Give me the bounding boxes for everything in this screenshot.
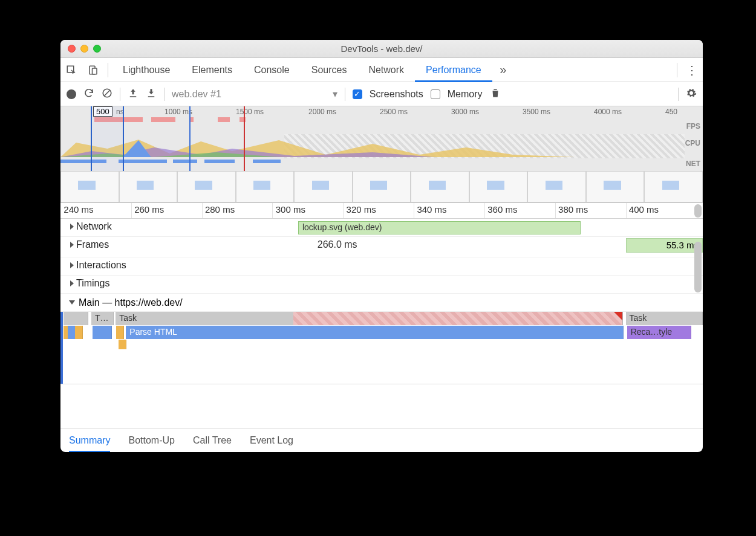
track-label: Interactions	[76, 260, 126, 271]
track-label: Main — https://web.dev/	[79, 297, 183, 308]
screenshot-thumb[interactable]	[586, 171, 645, 202]
ruler-tick: 240 ms	[64, 204, 93, 215]
expand-icon[interactable]	[70, 242, 74, 248]
svg-rect-2	[93, 68, 97, 74]
interactions-track[interactable]: Interactions	[60, 257, 703, 276]
timeline-ruler[interactable]: 240 ms 260 ms 280 ms 300 ms 320 ms 340 m…	[60, 203, 703, 219]
tab-performance[interactable]: Performance	[415, 58, 492, 82]
overview-tick: 1000 ms	[165, 108, 192, 116]
memory-label[interactable]: Memory	[448, 89, 483, 100]
screenshot-filmstrip[interactable]	[60, 171, 703, 202]
screenshot-thumb[interactable]	[411, 171, 469, 202]
main-thread-header[interactable]: Main — https://web.dev/	[60, 294, 703, 312]
tab-lighthouse[interactable]: Lighthouse	[112, 58, 181, 82]
tab-summary[interactable]: Summary	[69, 428, 110, 453]
overview-tick: 1500 ms	[236, 108, 264, 116]
kebab-menu-icon[interactable]: ⋮	[681, 58, 703, 82]
screenshot-thumb[interactable]	[177, 171, 236, 202]
separator	[120, 88, 120, 101]
performance-toolbar: web.dev #1 ▾ ✓ Screenshots Memory	[60, 82, 703, 106]
timings-track[interactable]: Timings	[60, 276, 703, 294]
window-title: DevTools - web.dev/	[60, 44, 703, 54]
network-request-bar[interactable]: lockup.svg (web.dev)	[298, 221, 581, 234]
expand-icon[interactable]	[70, 224, 74, 230]
script-bar[interactable]	[119, 340, 126, 349]
cpu-lane-label: CPU	[685, 139, 700, 147]
script-bar[interactable]	[116, 326, 124, 339]
screenshot-thumb[interactable]	[644, 171, 703, 202]
reload-button[interactable]	[83, 88, 94, 101]
task-bar[interactable]: Task	[116, 312, 623, 325]
task-bar[interactable]: T…	[91, 312, 114, 325]
separator	[345, 88, 345, 101]
overview-ticks: ns 1000 ms 1500 ms 2000 ms 2500 ms 3000 …	[60, 108, 703, 117]
memory-checkbox[interactable]	[431, 89, 440, 99]
overview-tick: 2000 ms	[308, 108, 336, 116]
record-button[interactable]	[67, 89, 76, 99]
separator	[108, 63, 108, 77]
task-bar[interactable]: Task	[626, 312, 703, 325]
selection-edge	[60, 312, 63, 384]
fps-lane-label: FPS	[686, 122, 700, 131]
ruler-tick: 360 ms	[487, 204, 517, 215]
screenshots-label[interactable]: Screenshots	[370, 89, 423, 100]
dropdown-caret-icon[interactable]: ▾	[333, 88, 337, 100]
tab-event-log[interactable]: Event Log	[250, 428, 293, 453]
recalc-style-bar[interactable]: Reca…tyle	[627, 326, 691, 339]
frame-bar[interactable]: 55.3 ms	[626, 238, 703, 253]
overview-tick: 450	[665, 108, 677, 116]
screenshots-checkbox[interactable]: ✓	[353, 89, 362, 99]
track-label: Network	[76, 221, 112, 232]
overview-tick: 3000 ms	[451, 108, 479, 116]
cpu-lane	[60, 137, 685, 157]
fps-lane	[60, 117, 685, 122]
recording-selector[interactable]: web.dev #1	[172, 89, 221, 100]
device-toggle-icon[interactable]	[82, 58, 104, 82]
overview-tick: 4000 ms	[594, 108, 622, 116]
delete-button[interactable]	[490, 88, 501, 101]
collapse-icon[interactable]	[69, 300, 75, 305]
tab-bottom-up[interactable]: Bottom-Up	[128, 428, 174, 453]
ruler-tick: 400 ms	[629, 204, 659, 215]
net-lane-label: NET	[686, 160, 700, 168]
network-track[interactable]: Network lockup.svg (web.dev)	[60, 219, 703, 237]
inspect-element-icon[interactable]	[60, 58, 82, 82]
more-tabs-icon[interactable]: »	[492, 58, 514, 82]
save-profile-button[interactable]	[146, 88, 157, 101]
ruler-tick: 300 ms	[276, 204, 305, 215]
parse-html-bar[interactable]: Parse HTML	[126, 326, 624, 339]
screenshot-thumb[interactable]	[119, 171, 178, 202]
details-tabbar: Summary Bottom-Up Call Tree Event Log	[60, 428, 703, 452]
clear-button[interactable]	[102, 88, 112, 101]
tab-call-tree[interactable]: Call Tree	[193, 428, 232, 453]
overview-tick: 2500 ms	[380, 108, 408, 116]
long-task-warning-icon	[614, 312, 622, 320]
expand-icon[interactable]	[70, 262, 74, 268]
screenshot-thumb[interactable]	[294, 171, 353, 202]
ruler-tick: 320 ms	[347, 204, 376, 215]
titlebar[interactable]: DevTools - web.dev/	[60, 40, 703, 58]
load-profile-button[interactable]	[128, 88, 138, 101]
tab-elements[interactable]: Elements	[181, 58, 243, 82]
screenshot-thumb[interactable]	[353, 171, 411, 202]
main-tabbar: Lighthouse Elements Console Sources Netw…	[60, 58, 703, 82]
separator	[678, 88, 679, 101]
scrollbar-thumb[interactable]	[694, 204, 702, 218]
overview-pane[interactable]: 500 ns 1000 ms 1500 ms 2000 ms 2500 ms 3…	[60, 106, 703, 203]
screenshot-thumb[interactable]	[469, 171, 528, 202]
main-thread-flame[interactable]: T… Task Task Parse HTML Reca…tyle	[60, 312, 703, 384]
frames-track[interactable]: Frames 266.0 ms 55.3 ms	[60, 237, 703, 257]
separator	[677, 63, 677, 77]
tab-sources[interactable]: Sources	[301, 58, 358, 82]
expand-icon[interactable]	[70, 280, 74, 286]
frame-duration[interactable]: 266.0 ms	[318, 239, 357, 250]
screenshot-thumb[interactable]	[60, 171, 119, 202]
settings-gear-icon[interactable]	[686, 88, 697, 101]
devtools-window: DevTools - web.dev/ Lighthouse Elements …	[60, 40, 703, 452]
flamechart-area[interactable]: Network lockup.svg (web.dev) Frames 266.…	[60, 219, 703, 428]
tab-network[interactable]: Network	[357, 58, 415, 82]
tab-console[interactable]: Console	[243, 58, 301, 82]
screenshot-thumb[interactable]	[527, 171, 586, 202]
ruler-tick: 380 ms	[558, 204, 588, 215]
screenshot-thumb[interactable]	[236, 171, 295, 202]
